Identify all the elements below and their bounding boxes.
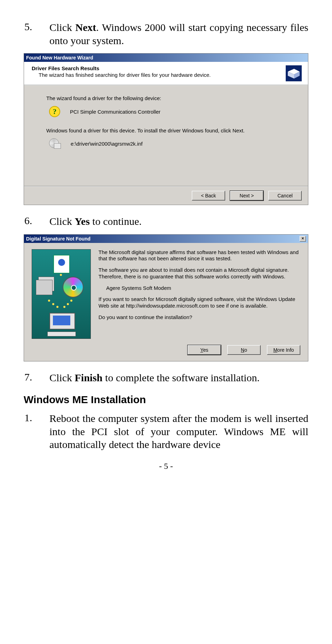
step-text: Click Yes to continue.	[49, 215, 308, 228]
next-button[interactable]: Next >	[230, 191, 263, 201]
digital-signature-dialog: Digital Signature Not Found × The Micros	[24, 234, 308, 361]
step-text: Click Next. Windows 2000 will start copy…	[49, 21, 308, 47]
step-7: 7. Click Finish to complete the software…	[24, 371, 308, 384]
question-icon: ?	[49, 106, 60, 117]
more-info-button[interactable]: More Info	[267, 345, 300, 355]
dialog-button-row: < Back Next > Cancel	[24, 187, 308, 205]
dialog-text-column: The Microsoft digital signature affirms …	[98, 249, 300, 339]
dialog-header-title: Driver Files Search Results	[32, 65, 282, 71]
device-name: Agere Systems Soft Modem	[98, 285, 300, 292]
dialog-body: The wizard found a driver for the follow…	[24, 85, 308, 186]
step-number: 6.	[24, 215, 49, 228]
dialog-titlebar: Found New Hardware Wizard	[24, 54, 308, 62]
close-icon[interactable]: ×	[300, 236, 306, 242]
dialog-titlebar: Digital Signature Not Found ×	[24, 235, 308, 243]
step-number: 7.	[24, 371, 49, 384]
page-number: - 5 -	[24, 462, 308, 471]
dialog-body: The Microsoft digital signature affirms …	[24, 243, 308, 345]
dialog-paragraph: If you want to search for Microsoft digi…	[98, 296, 300, 309]
signature-graphic	[32, 249, 91, 339]
document-page: 5. Click Next. Windows 2000 will start c…	[0, 0, 332, 485]
step-5: 5. Click Next. Windows 2000 will start c…	[24, 21, 308, 47]
dialog-header-subtitle: The wizard has finished searching for dr…	[32, 72, 282, 78]
dialog-text-line: Windows found a driver for this device. …	[46, 128, 300, 133]
found-new-hardware-wizard-dialog: Found New Hardware Wizard Driver Files S…	[24, 53, 308, 205]
cd-icon	[49, 138, 61, 149]
dialog-text-line: The wizard found a driver for the follow…	[46, 95, 300, 101]
step-text: Reboot the computer system after the mod…	[49, 412, 308, 451]
step-6: 6. Click Yes to continue.	[24, 215, 308, 228]
dialog-paragraph: The Microsoft digital signature affirms …	[98, 249, 300, 262]
step-number: 1.	[24, 412, 49, 451]
dialog-title: Digital Signature Not Found	[26, 236, 90, 242]
dialog-header: Driver Files Search Results The wizard h…	[24, 62, 308, 85]
step-number: 5.	[24, 21, 49, 47]
back-button[interactable]: < Back	[192, 191, 225, 201]
no-button[interactable]: No	[227, 345, 261, 355]
device-name: PCI Simple Communications Controller	[70, 109, 160, 115]
yes-button[interactable]: Yes	[188, 345, 221, 355]
dialog-paragraph: Do you want to continue the installation…	[98, 314, 300, 321]
step-text: Click Finish to complete the software in…	[49, 371, 308, 384]
inf-path: e:\driver\win2000\agrsmw2k.inf	[71, 141, 143, 147]
dialog-paragraph: The software you are about to install do…	[98, 267, 300, 280]
step-me-1: 1. Reboot the computer system after the …	[24, 412, 308, 451]
cancel-button[interactable]: Cancel	[268, 191, 302, 201]
dialog-title: Found New Hardware Wizard	[26, 55, 93, 60]
hardware-icon	[286, 65, 302, 81]
dialog-button-row: Yes No More Info	[24, 345, 308, 361]
section-heading: Windows ME Installation	[24, 394, 308, 406]
